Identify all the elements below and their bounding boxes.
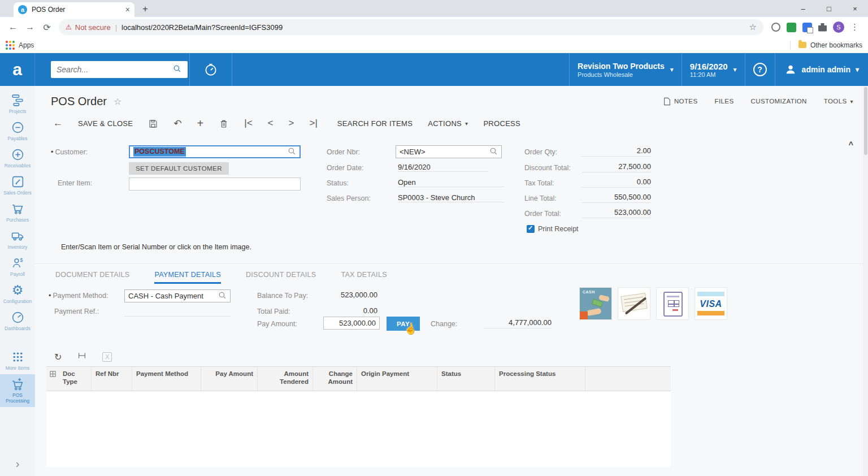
window-maximize-button[interactable]: □ bbox=[816, 0, 842, 17]
browser-back-button[interactable]: ← bbox=[5, 22, 21, 32]
payments-grid-body[interactable] bbox=[46, 391, 671, 467]
url-text[interactable]: localhost/2020R2Beta/Main?ScreenId=IGFS3… bbox=[121, 23, 283, 32]
sidebar-item-payables[interactable]: Payables bbox=[0, 118, 35, 145]
grid-refresh-icon[interactable]: ↻ bbox=[54, 352, 62, 362]
not-secure-label[interactable]: Not secure bbox=[75, 23, 111, 32]
tab-discount-details[interactable]: DISCOUNT DETAILS bbox=[246, 271, 316, 284]
sidebar-item-sales-orders[interactable]: Sales Orders bbox=[0, 172, 35, 199]
pay-amount-input[interactable]: 523,000.00 bbox=[323, 317, 380, 330]
last-record-icon[interactable]: >| bbox=[309, 118, 317, 129]
next-record-icon[interactable]: > bbox=[289, 118, 294, 129]
address-bar[interactable]: ⚠ Not secure | localhost/2020R2Beta/Main… bbox=[59, 19, 763, 35]
col-pay-amount[interactable]: Pay Amount bbox=[201, 367, 258, 391]
window-close-button[interactable]: × bbox=[842, 0, 868, 17]
undo-icon[interactable]: ↶ bbox=[173, 118, 181, 129]
acumatica-logo[interactable]: a bbox=[0, 53, 35, 86]
cash-payment-image[interactable]: CASH bbox=[579, 287, 612, 320]
add-record-icon[interactable]: + bbox=[197, 117, 204, 130]
sidebar-item-dashboards[interactable]: Dashboards bbox=[0, 308, 35, 335]
save-icon[interactable] bbox=[148, 118, 158, 129]
first-record-icon[interactable]: |< bbox=[244, 118, 252, 129]
content-scrollbar[interactable] bbox=[863, 86, 868, 476]
window-minimize-button[interactable]: – bbox=[790, 0, 816, 17]
address-separator: | bbox=[115, 23, 117, 32]
delete-icon[interactable] bbox=[219, 118, 229, 129]
sidebar-item-purchases[interactable]: Purchases bbox=[0, 199, 35, 226]
favorite-star-icon[interactable]: ☆ bbox=[114, 96, 121, 107]
extension-green-icon[interactable] bbox=[787, 23, 796, 32]
sales-person-value[interactable]: SP0003 - Steve Church bbox=[398, 193, 504, 202]
notes-button[interactable]: NOTES bbox=[663, 97, 698, 106]
print-receipt-checkbox[interactable]: Print Receipt bbox=[527, 225, 579, 233]
business-date-timer-icon[interactable] bbox=[190, 53, 232, 86]
search-for-items-button[interactable]: SEARCH FOR ITEMS bbox=[337, 119, 413, 128]
row-settings-icon[interactable] bbox=[46, 367, 59, 391]
discount-total-label: Discount Total: bbox=[524, 164, 571, 172]
translate-extension-icon[interactable] bbox=[802, 23, 812, 32]
go-back-button[interactable]: ← bbox=[53, 118, 63, 129]
save-close-button[interactable]: SAVE & CLOSE bbox=[78, 119, 133, 128]
check-payment-image[interactable] bbox=[618, 287, 650, 320]
browser-menu-icon[interactable]: ⋮ bbox=[850, 22, 859, 32]
customer-input[interactable]: POSCUSTOME bbox=[129, 145, 301, 158]
col-doc-type[interactable]: Doc Type bbox=[59, 367, 92, 391]
export-to-excel-icon[interactable]: X bbox=[102, 352, 112, 362]
new-tab-button[interactable]: + bbox=[142, 3, 148, 15]
order-date-value[interactable]: 9/16/2020 bbox=[398, 163, 488, 172]
collapse-panel-icon[interactable]: ^ bbox=[849, 140, 853, 149]
payment-ref-input[interactable] bbox=[124, 306, 231, 317]
sidebar-item-receivables[interactable]: Receivables bbox=[0, 145, 35, 172]
browser-profile-avatar[interactable]: S bbox=[833, 21, 844, 33]
col-processing-status[interactable]: Processing Status bbox=[495, 367, 585, 391]
process-button[interactable]: PROCESS bbox=[483, 119, 520, 128]
set-default-customer-button[interactable]: SET DEFAULT CUSTOMER bbox=[129, 162, 229, 175]
help-menu[interactable]: ? bbox=[745, 53, 775, 86]
actions-menu-button[interactable]: ACTIONS ▾ bbox=[428, 119, 468, 128]
bookmark-star-icon[interactable]: ☆ bbox=[749, 22, 757, 32]
browser-reload-button[interactable]: ⟳ bbox=[38, 22, 55, 33]
tab-tax-details[interactable]: TAX DETAILS bbox=[341, 271, 387, 284]
sidebar-item-projects[interactable]: Projects bbox=[0, 90, 35, 118]
sidebar-expand-icon[interactable]: › bbox=[16, 457, 20, 470]
lookup-icon[interactable] bbox=[288, 147, 296, 157]
browser-forward-button[interactable]: → bbox=[21, 22, 38, 32]
col-amount-tendered[interactable]: Amount Tendered bbox=[258, 367, 313, 391]
enter-item-input[interactable] bbox=[129, 178, 301, 191]
payment-method-input[interactable]: CASH - Cash Payment bbox=[124, 289, 231, 302]
apps-label[interactable]: Apps bbox=[19, 41, 34, 49]
invoice-payment-image[interactable] bbox=[656, 287, 689, 320]
tools-button[interactable]: TOOLS ▾ bbox=[824, 98, 853, 105]
files-button[interactable]: FILES bbox=[715, 98, 734, 105]
fit-to-screen-icon[interactable] bbox=[77, 351, 86, 362]
extensions-puzzle-icon[interactable] bbox=[818, 23, 827, 32]
other-bookmarks[interactable]: Other bookmarks bbox=[790, 41, 862, 49]
previous-record-icon[interactable]: < bbox=[268, 118, 274, 129]
sidebar-item-inventory[interactable]: Inventory bbox=[0, 226, 35, 253]
bookmarks-bar: Apps Other bookmarks bbox=[0, 37, 868, 53]
tab-payment-details[interactable]: PAYMENT DETAILS bbox=[154, 271, 221, 284]
order-nbr-input[interactable]: <NEW> bbox=[396, 145, 502, 158]
customization-button[interactable]: CUSTOMIZATION bbox=[750, 98, 806, 105]
main-content: POS Order ☆ NOTES FILES CUSTOMIZATION TO… bbox=[35, 86, 868, 476]
col-ref-nbr[interactable]: Ref Nbr bbox=[92, 367, 132, 391]
col-change-amount[interactable]: Change Amount bbox=[313, 367, 357, 391]
tab-close-icon[interactable]: × bbox=[125, 5, 130, 14]
extension-circle-icon[interactable] bbox=[771, 23, 780, 32]
col-status[interactable]: Status bbox=[437, 367, 495, 391]
sidebar-item-payroll[interactable]: $ Payroll bbox=[0, 253, 35, 280]
tab-document-details[interactable]: DOCUMENT DETAILS bbox=[55, 271, 129, 284]
tenant-selector[interactable]: Revision Two Products Products Wholesale… bbox=[570, 53, 682, 86]
user-menu[interactable]: admin admin ▾ bbox=[775, 53, 868, 86]
business-date-selector[interactable]: 9/16/2020 11:20 AM ▾ bbox=[682, 53, 745, 86]
global-search-input[interactable] bbox=[51, 61, 188, 78]
col-origin-payment[interactable]: Origin Payment bbox=[357, 367, 437, 391]
sidebar-item-more-items[interactable]: More Items bbox=[0, 347, 35, 374]
sidebar-item-pos-processing[interactable]: POS Processing bbox=[0, 374, 35, 407]
sidebar-item-configuration[interactable]: ⚙ Configuration bbox=[0, 280, 35, 308]
visa-card-image[interactable]: VISA bbox=[695, 287, 727, 320]
browser-tab[interactable]: a POS Order × bbox=[14, 2, 134, 17]
col-payment-method[interactable]: Payment Method bbox=[132, 367, 201, 391]
lookup-icon[interactable] bbox=[489, 147, 498, 157]
lookup-icon[interactable] bbox=[218, 291, 227, 301]
apps-grid-icon[interactable] bbox=[6, 41, 15, 50]
